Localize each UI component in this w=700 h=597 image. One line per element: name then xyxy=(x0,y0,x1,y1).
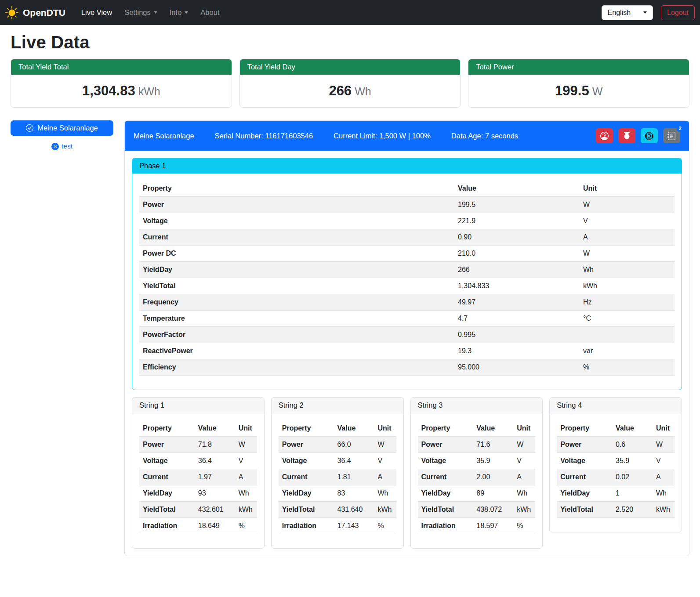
card-unit: W xyxy=(592,85,603,98)
property-cell: Voltage xyxy=(139,453,195,469)
nav-item-live-view[interactable]: Live View xyxy=(75,5,118,20)
col-value: Value xyxy=(454,181,580,197)
language-select[interactable]: English xyxy=(602,5,653,20)
unit-cell: V xyxy=(374,453,396,469)
value-cell: 71.8 xyxy=(195,437,235,453)
table-row: Power 71.6 W xyxy=(418,437,536,453)
unit-cell: kWh xyxy=(580,278,675,294)
table-row: YieldDay 93 Wh xyxy=(139,485,257,502)
table-row: YieldDay 89 Wh xyxy=(418,485,536,502)
unit-cell: Wh xyxy=(580,262,675,278)
property-cell: Current xyxy=(139,469,195,485)
navbar-right: English Logout xyxy=(602,5,695,20)
value-cell: 2.00 xyxy=(473,469,513,485)
unit-cell: % xyxy=(235,518,257,534)
col-unit: Unit xyxy=(513,420,535,437)
col-property: Property xyxy=(139,181,454,197)
property-cell: YieldDay xyxy=(139,262,454,278)
power-button[interactable] xyxy=(618,128,635,143)
event-count-badge: 2 xyxy=(676,125,684,132)
property-cell: Power xyxy=(418,437,473,453)
unit-cell: kWh xyxy=(653,502,675,518)
nav-item-info[interactable]: Info xyxy=(163,5,195,20)
property-cell: Current xyxy=(139,229,454,246)
table-row: Power DC 210.0 W xyxy=(139,246,675,262)
nav-item-about[interactable]: About xyxy=(194,5,225,20)
value-cell: 438.072 xyxy=(473,502,513,518)
card-value: 1,304.83 xyxy=(82,83,135,98)
property-cell: YieldDay xyxy=(418,485,473,502)
unit-cell: kWh xyxy=(513,502,535,518)
language-value: English xyxy=(608,9,631,17)
table-row: Current 2.00 A xyxy=(418,469,536,485)
value-cell: 35.9 xyxy=(473,453,513,469)
nav-item-settings[interactable]: Settings xyxy=(118,5,163,20)
property-cell: Voltage xyxy=(557,453,612,469)
inverter-data-age: Data Age: 7 seconds xyxy=(451,132,518,140)
table-row: Efficiency 95.000 % xyxy=(139,359,675,376)
property-cell: Power xyxy=(279,437,334,453)
property-cell: Power xyxy=(557,437,612,453)
table-row: YieldTotal 432.601 kWh xyxy=(139,502,257,518)
event-log-button[interactable]: 2 xyxy=(663,128,680,143)
table-row: Current 0.02 A xyxy=(557,469,675,485)
col-property: Property xyxy=(279,420,334,437)
value-cell: 4.7 xyxy=(454,311,580,327)
brand-link[interactable]: OpenDTU xyxy=(5,6,65,19)
property-cell: Efficiency xyxy=(139,359,454,376)
value-cell: 0.6 xyxy=(612,437,653,453)
table-header-row: Property Value Unit xyxy=(279,420,396,437)
inverter-select-button[interactable]: Meine Solaranlage xyxy=(11,120,113,136)
chevron-down-icon xyxy=(154,11,157,14)
col-unit: Unit xyxy=(653,420,675,437)
string-3-table: Property Value Unit Power xyxy=(418,420,536,534)
unit-cell: V xyxy=(653,453,675,469)
value-cell: 2.520 xyxy=(612,502,653,518)
value-cell: 0.995 xyxy=(454,327,580,343)
table-row: YieldTotal 2.520 kWh xyxy=(557,502,675,518)
property-cell: Power DC xyxy=(139,246,454,262)
value-cell: 199.5 xyxy=(454,197,580,213)
property-cell: Power xyxy=(139,197,454,213)
value-cell: 19.3 xyxy=(454,343,580,359)
string-1-card: String 1 Property Value Unit xyxy=(132,397,265,549)
value-cell: 0.02 xyxy=(612,469,653,485)
inverter-card-header: Meine Solaranlage Serial Number: 1161716… xyxy=(125,121,689,151)
table-row: Irradiation 18.649 % xyxy=(139,518,257,534)
table-row: Frequency 49.97 Hz xyxy=(139,294,675,311)
inverter-test-label: test xyxy=(62,142,73,150)
logout-button[interactable]: Logout xyxy=(661,5,695,20)
property-cell: YieldDay xyxy=(279,485,334,502)
value-cell: 432.601 xyxy=(195,502,235,518)
col-value: Value xyxy=(334,420,374,437)
string-title: String 2 xyxy=(272,398,403,413)
col-unit: Unit xyxy=(235,420,257,437)
table-row: Power 0.6 W xyxy=(557,437,675,453)
property-cell: PowerFactor xyxy=(139,327,454,343)
value-cell: 36.4 xyxy=(195,453,235,469)
property-cell: Power xyxy=(139,437,195,453)
table-row: Voltage 35.9 V xyxy=(418,453,536,469)
limit-settings-button[interactable] xyxy=(596,128,613,143)
inverter-select-test[interactable]: test xyxy=(11,142,113,150)
unit-cell: W xyxy=(580,197,675,213)
unit-cell: kWh xyxy=(374,502,396,518)
unit-cell: Hz xyxy=(580,294,675,311)
table-row: Current 1.81 A xyxy=(279,469,396,485)
device-info-button[interactable] xyxy=(641,128,658,143)
table-header-row: Property Value Unit xyxy=(139,181,675,197)
brand-label: OpenDTU xyxy=(23,7,65,18)
table-row: Current 0.90 A xyxy=(139,229,675,246)
table-row: Temperature 4.7 °C xyxy=(139,311,675,327)
inverter-limit: Current Limit: 1,500 W | 100% xyxy=(334,132,431,140)
inverter-serial: Serial Number: 116171603546 xyxy=(215,132,313,140)
value-cell: 89 xyxy=(473,485,513,502)
unit-cell: % xyxy=(374,518,396,534)
table-row: YieldDay 1 Wh xyxy=(557,485,675,502)
string-4-card: String 4 Property Value Unit xyxy=(549,397,682,532)
table-header-row: Property Value Unit xyxy=(139,420,257,437)
unit-cell: °C xyxy=(580,311,675,327)
card-unit: kWh xyxy=(138,85,160,98)
total-yield-day-card: Total Yield Day 266Wh xyxy=(239,59,461,108)
unit-cell: Wh xyxy=(374,485,396,502)
